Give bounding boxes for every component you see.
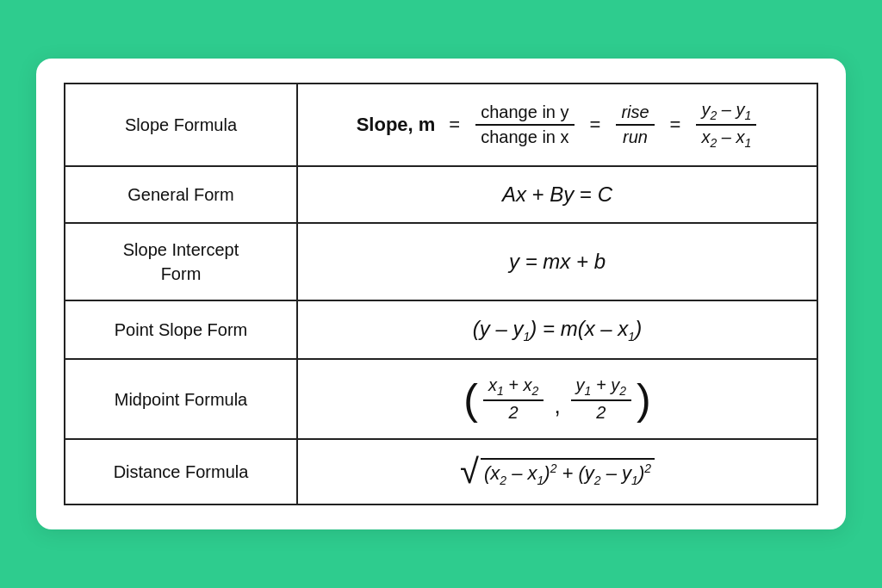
label-distance: Distance Formula — [65, 439, 297, 504]
formula-slope-intercept: y = mx + b — [297, 223, 817, 300]
fraction-y1y2: y1 + y2 2 — [571, 375, 631, 423]
table-row: Slope Formula Slope, m = change in y cha… — [65, 84, 817, 166]
sqrt-icon: √ — [460, 455, 479, 486]
table-row: General Form Ax + By = C — [65, 166, 817, 223]
math-formulas-card: Slope Formula Slope, m = change in y cha… — [36, 59, 846, 530]
table-row: Slope InterceptForm y = mx + b — [65, 223, 817, 300]
label-slope-formula: Slope Formula — [65, 84, 297, 166]
label-general-form: General Form — [65, 166, 297, 223]
formula-slope: Slope, m = change in y change in x = ris… — [297, 84, 817, 166]
formula-general: Ax + By = C — [297, 166, 817, 223]
label-midpoint: Midpoint Formula — [65, 359, 297, 439]
formula-point-slope: (y – y1) = m(x – x1) — [297, 300, 817, 360]
table-row: Distance Formula √ (x2 – x1)2 + (y2 – y1… — [65, 439, 817, 504]
table-row: Point Slope Form (y – y1) = m(x – x1) — [65, 300, 817, 360]
table-row: Midpoint Formula ( x1 + x2 2 , y1 + y2 — [65, 359, 817, 439]
fraction-change: change in y change in x — [475, 102, 574, 147]
formula-distance: √ (x2 – x1)2 + (y2 – y1)2 — [297, 439, 817, 504]
slope-text: Slope, m — [357, 114, 436, 136]
fraction-x1x2: x1 + x2 2 — [483, 375, 543, 423]
label-point-slope: Point Slope Form — [65, 300, 297, 360]
label-slope-intercept: Slope InterceptForm — [65, 223, 297, 300]
formula-midpoint: ( x1 + x2 2 , y1 + y2 2 — [297, 359, 817, 439]
fraction-y2y1-x2x1: y2 – y1 x2 – x1 — [696, 100, 756, 150]
fraction-rise-run: rise run — [616, 102, 654, 147]
formulas-table: Slope Formula Slope, m = change in y cha… — [64, 83, 818, 506]
